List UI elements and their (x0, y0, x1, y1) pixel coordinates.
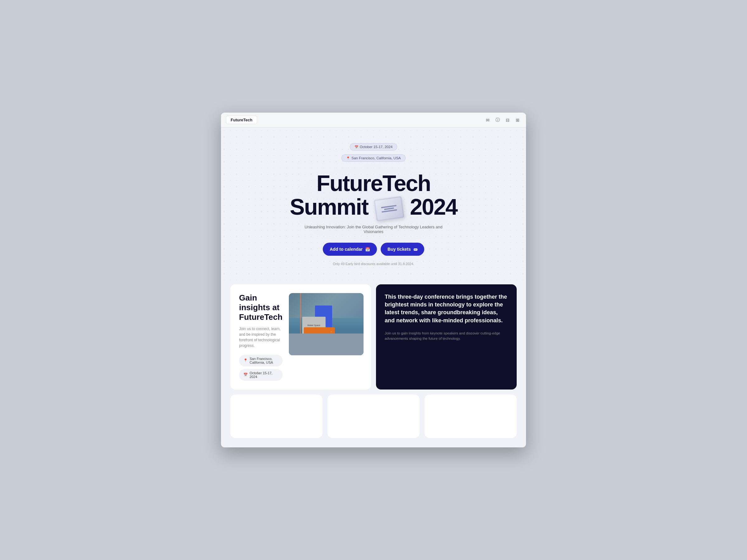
browser-icons: ✉ ⓘ ⊟ ⊞ (484, 117, 521, 124)
insights-body: Join us to connect, learn, and be inspir… (239, 326, 283, 348)
calendar-btn-icon: 📅 (365, 247, 370, 252)
cards-section: Gain insights at FutureTech Join us to c… (221, 284, 526, 447)
location-badge: 📍 San Francisco, California, USA (341, 154, 406, 162)
hero-section: 📅 October 15-17, 2024 📍 San Francisco, C… (221, 128, 526, 284)
ticket-btn-icon: 🎟 (413, 247, 417, 252)
early-bird-text: Only 49 Early bird discounts available u… (233, 262, 514, 266)
venue-floor (289, 334, 364, 355)
mail-icon[interactable]: ✉ (484, 117, 491, 124)
bookmark-icon[interactable]: ⊟ (504, 117, 511, 124)
description-sub: Join us to gain insights from keynote sp… (385, 331, 508, 342)
info-icon[interactable]: ⓘ (494, 117, 501, 124)
add-to-calendar-button[interactable]: Add to calendar 📅 (323, 243, 377, 256)
card-calendar-icon: 📅 (243, 373, 248, 377)
add-calendar-label: Add to calendar (330, 247, 363, 252)
insights-title: Gain insights at FutureTech (239, 293, 283, 322)
card-badges: 📍 San Francisco, California, USA 📅 Octob… (239, 355, 283, 381)
venue-arrow: → (330, 330, 332, 333)
venue-image: Maker Space → (289, 293, 364, 355)
calendar-icon: 📅 (355, 145, 358, 149)
buy-tickets-button[interactable]: Buy tickets 🎟 (381, 243, 424, 256)
brand-logo: FutureTech (226, 116, 257, 124)
bottom-card-2 (328, 395, 419, 438)
top-cards-row: Gain insights at FutureTech Join us to c… (230, 284, 517, 390)
hero-title: FutureTech Summit 2024 (233, 172, 514, 220)
card-pin-icon: 📍 (243, 358, 248, 363)
hero-buttons: Add to calendar 📅 Buy tickets 🎟 (233, 243, 514, 256)
date-badge: 📅 October 15-17, 2024 (350, 143, 397, 151)
grid-icon[interactable]: ⊞ (514, 117, 521, 124)
venue-illustration: Maker Space → (289, 293, 364, 355)
description-card: This three-day conference brings togethe… (376, 284, 517, 390)
ticket-decoration (374, 196, 404, 221)
hero-content: 📅 October 15-17, 2024 📍 San Francisco, C… (233, 143, 514, 266)
bottom-card-3 (424, 395, 517, 438)
pin-icon: 📍 (346, 157, 350, 160)
card-location-badge: 📍 San Francisco, California, USA (239, 355, 283, 367)
card-date-badge: 📅 October 15-17, 2024 (239, 369, 283, 381)
browser-chrome: FutureTech ✉ ⓘ ⊟ ⊞ (221, 113, 526, 128)
bottom-card-1 (230, 395, 323, 438)
hero-subtitle: Unleashing Innovation: Join the Global G… (296, 224, 451, 234)
description-text: This three-day conference brings togethe… (385, 293, 508, 324)
badges-container: 📅 October 15-17, 2024 📍 San Francisco, C… (233, 143, 514, 164)
insights-card-text: Gain insights at FutureTech Join us to c… (239, 293, 283, 381)
main-content: 📅 October 15-17, 2024 📍 San Francisco, C… (221, 128, 526, 447)
insights-card: Gain insights at FutureTech Join us to c… (230, 284, 371, 390)
buy-tickets-label: Buy tickets (387, 247, 411, 252)
browser-window: FutureTech ✉ ⓘ ⊟ ⊞ 📅 October 15-17, 2024… (221, 113, 526, 447)
bottom-cards-row (230, 395, 517, 438)
